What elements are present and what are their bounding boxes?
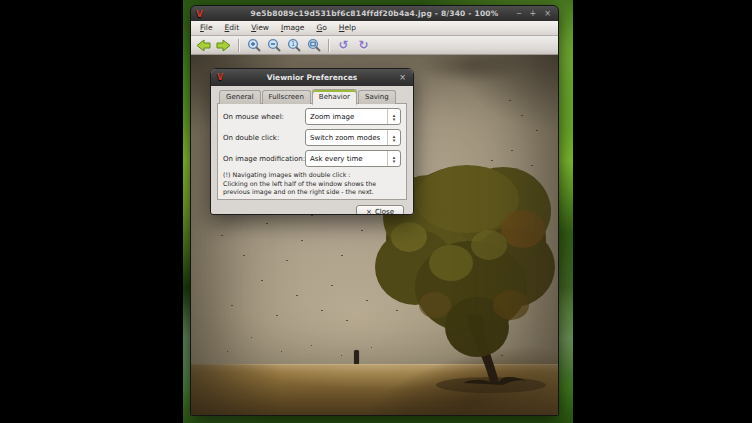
zoom-out-button[interactable]: [265, 37, 282, 54]
dialog-title: Viewnior Preferences: [211, 73, 413, 82]
tab-fullscreen[interactable]: Fullscreen: [262, 90, 311, 104]
next-image-button[interactable]: [215, 37, 232, 54]
maximize-button[interactable]: +: [530, 6, 537, 21]
dialog-titlebar[interactable]: V Viewnior Preferences ×: [211, 69, 413, 86]
bird: [261, 280, 263, 281]
bird: [509, 100, 511, 101]
bird: [276, 315, 278, 316]
combo-arrows-icon: ▴▾: [387, 151, 400, 166]
bird: [266, 223, 268, 224]
menu-edit[interactable]: Edit: [219, 21, 246, 35]
zoom-out-icon: [267, 38, 281, 52]
bird: [301, 240, 303, 241]
dialog-close-button[interactable]: ×: [399, 69, 406, 86]
combo-arrows-icon: ▴▾: [387, 130, 400, 145]
menu-help[interactable]: Help: [333, 21, 362, 35]
bird: [331, 285, 333, 286]
close-dialog-button[interactable]: × Close: [356, 205, 404, 215]
bird: [511, 150, 513, 151]
sky-smudge: [416, 55, 526, 83]
pref-row-mouse-wheel: On mouse wheel: Zoom image ▴▾: [223, 108, 401, 125]
previous-image-button[interactable]: [195, 37, 212, 54]
double-click-label: On double click:: [223, 134, 279, 142]
menu-view[interactable]: View: [245, 21, 275, 35]
tab-bar: General Fullscreen Behavior Saving: [217, 89, 407, 104]
toolbar-separator: [328, 39, 329, 52]
svg-text:1: 1: [290, 40, 294, 48]
mouse-wheel-select[interactable]: Zoom image ▴▾: [305, 108, 401, 125]
bird: [243, 255, 245, 256]
pref-row-image-modification: On image modification: Ask every time ▴▾: [223, 150, 401, 167]
bird: [227, 351, 228, 352]
close-button[interactable]: ×: [544, 6, 551, 21]
bird: [321, 310, 323, 311]
toolbar-separator: [238, 39, 239, 52]
window-controls: ‒ + ×: [517, 6, 552, 21]
zoom-fit-button[interactable]: [305, 37, 322, 54]
bird: [251, 337, 252, 338]
bird: [341, 255, 343, 256]
rotate-right-button[interactable]: ↻: [355, 37, 372, 54]
next-image-icon: [216, 39, 231, 52]
bird: [221, 235, 223, 236]
person-silhouette: [354, 350, 359, 364]
note-line: Clicking on the left half of the window …: [223, 180, 401, 189]
window-titlebar[interactable]: V 9e5b8089c19d531bf6c814ffdf20b4a4.jpg -…: [191, 6, 558, 21]
tab-saving[interactable]: Saving: [358, 90, 396, 104]
menu-go[interactable]: Go: [310, 21, 332, 35]
zoom-normal-button[interactable]: 1: [285, 37, 302, 54]
bird: [231, 305, 233, 306]
image-modification-select[interactable]: Ask every time ▴▾: [305, 150, 401, 167]
bird: [536, 130, 538, 131]
minimize-button[interactable]: ‒: [517, 6, 522, 21]
zoom-fit-icon: [307, 38, 321, 52]
menubar: File Edit View Image Go Help: [191, 21, 558, 36]
tab-behavior[interactable]: Behavior: [312, 89, 357, 105]
dialog-actions: × Close: [217, 200, 407, 215]
tab-general[interactable]: General: [219, 90, 261, 104]
bird: [361, 230, 363, 231]
note-line: (!) Navigating images with double click …: [223, 171, 401, 180]
combo-arrows-icon: ▴▾: [387, 109, 400, 124]
bird: [286, 260, 288, 261]
dialog-body: General Fullscreen Behavior Saving On mo…: [211, 86, 413, 215]
bird: [296, 295, 298, 296]
zoom-in-icon: [247, 38, 261, 52]
previous-image-icon: [196, 39, 211, 52]
bird: [311, 345, 312, 346]
mouse-wheel-label: On mouse wheel:: [223, 113, 284, 121]
menu-image[interactable]: Image: [275, 21, 311, 35]
toolbar: 1 ↺ ↻: [191, 36, 558, 55]
bird: [311, 215, 313, 216]
rotate-right-icon: ↻: [358, 40, 368, 50]
double-click-select[interactable]: Switch zoom modes ▴▾: [305, 129, 401, 146]
close-button-label: Close: [375, 208, 394, 215]
double-click-value: Switch zoom modes: [306, 134, 387, 142]
close-x-icon: ×: [366, 208, 372, 215]
double-click-note: (!) Navigating images with double click …: [223, 171, 401, 197]
menu-file[interactable]: File: [194, 21, 219, 35]
screen: V 9e5b8089c19d531bf6c814ffdf20b4a4.jpg -…: [0, 0, 752, 423]
image-modification-label: On image modification:: [223, 155, 305, 163]
zoom-in-button[interactable]: [245, 37, 262, 54]
bird: [341, 355, 342, 356]
bird: [346, 320, 348, 321]
window-title: 9e5b8089c19d531bf6c814ffdf20b4a4.jpg - 8…: [191, 9, 558, 18]
bird: [521, 115, 523, 116]
mouse-wheel-value: Zoom image: [306, 113, 387, 121]
preferences-dialog: V Viewnior Preferences × General Fullscr…: [210, 68, 414, 215]
behavior-tab-panel: On mouse wheel: Zoom image ▴▾ On double …: [217, 103, 407, 200]
note-line: previous image and on the right side - t…: [223, 188, 401, 197]
zoom-normal-icon: 1: [287, 38, 301, 52]
bird: [366, 300, 368, 301]
image-modification-value: Ask every time: [306, 155, 387, 163]
rotate-left-button[interactable]: ↺: [335, 37, 352, 54]
rotate-left-icon: ↺: [338, 40, 348, 50]
pref-row-double-click: On double click: Switch zoom modes ▴▾: [223, 129, 401, 146]
bird: [281, 351, 282, 352]
